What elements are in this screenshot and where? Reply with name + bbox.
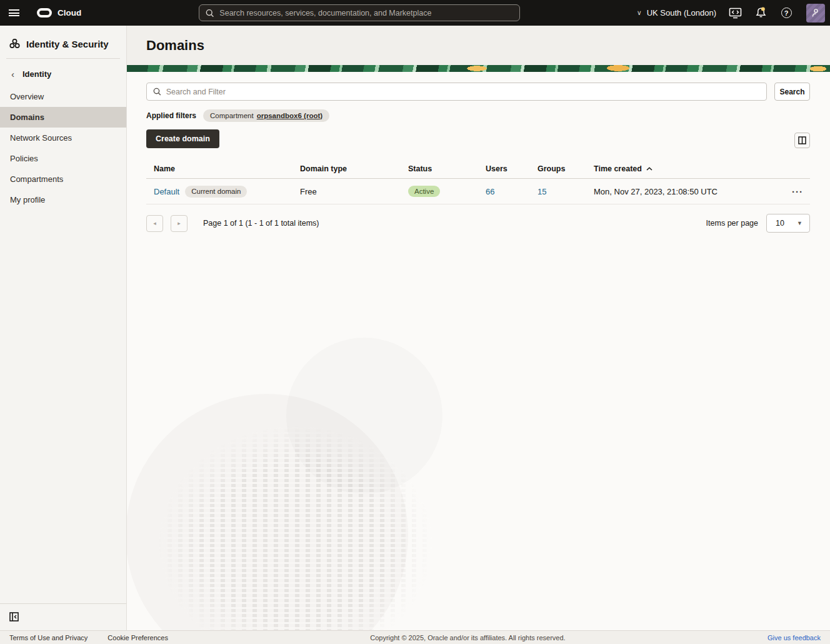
users-count-link[interactable]: 66 [486, 187, 538, 196]
domain-type-cell: Free [300, 187, 408, 196]
sidebar-section-identity: ‹ Identity [0, 59, 126, 86]
domain-name-cell: Default Current domain [154, 186, 300, 198]
cookie-preferences-link[interactable]: Cookie Preferences [108, 634, 168, 641]
status-cell: Active [408, 186, 486, 197]
content-area: Search Applied filters Compartment orpsa… [127, 72, 830, 630]
copyright-text: Copyright © 2025, Oracle and/or its affi… [168, 634, 768, 641]
cloud-shell-icon[interactable] [728, 6, 742, 20]
back-chevron-icon[interactable]: ‹ [11, 69, 14, 79]
chevron-down-icon: ▼ [797, 220, 802, 226]
footer-links: Terms of Use and Privacy Cookie Preferen… [9, 634, 168, 641]
help-icon[interactable]: ? [779, 6, 793, 20]
sidebar: Identity & Security ‹ Identity Overview … [0, 26, 127, 630]
terms-link[interactable]: Terms of Use and Privacy [9, 634, 88, 641]
sidebar-item-my-profile[interactable]: My profile [0, 189, 126, 210]
chip-compartment-link[interactable]: orpsandbox6 (root) [257, 112, 322, 119]
oracle-logo-icon [37, 8, 52, 18]
pagination-label: Page 1 of 1 (1 - 1 of 1 total items) [203, 219, 319, 228]
global-search-input[interactable] [219, 9, 513, 18]
sidebar-footer [0, 603, 126, 630]
page-footer: Terms of Use and Privacy Cookie Preferen… [0, 630, 830, 644]
domain-name-link[interactable]: Default [154, 187, 179, 196]
column-view-toggle-icon[interactable] [794, 133, 810, 148]
sidebar-title: Identity & Security [0, 26, 126, 58]
menu-icon[interactable] [0, 0, 28, 26]
filter-search-input[interactable] [166, 88, 760, 96]
brand-label: Cloud [58, 8, 81, 18]
next-page-button[interactable]: ▸ [171, 215, 188, 232]
watermark-circle [127, 394, 408, 630]
sidebar-item-network-sources[interactable]: Network Sources [0, 128, 126, 148]
person-icon [811, 8, 821, 18]
time-created-cell: Mon, Nov 27, 2023, 21:08:50 UTC [594, 187, 785, 196]
column-header-groups[interactable]: Groups [538, 164, 594, 173]
domains-table: Name Domain type Status Users Groups Tim… [146, 159, 810, 204]
global-search[interactable] [199, 4, 520, 21]
sidebar-nav: Overview Domains Network Sources Policie… [0, 86, 126, 210]
filter-row: Search [146, 83, 810, 101]
pagination: ◂ ▸ Page 1 of 1 (1 - 1 of 1 total items)… [146, 214, 810, 233]
page-header: Domains [127, 26, 830, 65]
search-icon [153, 88, 161, 96]
sidebar-title-label: Identity & Security [26, 39, 109, 49]
sidebar-section-label: Identity [22, 69, 51, 79]
page-title: Domains [146, 38, 204, 54]
sort-ascending-icon [646, 167, 652, 171]
items-per-page-select[interactable]: 10 ▼ [766, 214, 810, 233]
watermark-circle [286, 338, 442, 494]
app-shell: Identity & Security ‹ Identity Overview … [0, 26, 830, 630]
table-row: Default Current domain Free Active 66 15… [146, 179, 810, 204]
applied-filters-row: Applied filters Compartment orpsandbox6 … [146, 109, 810, 122]
chevron-down-icon: ∨ [637, 9, 642, 17]
previous-page-button[interactable]: ◂ [146, 215, 163, 232]
decorative-banner [127, 65, 830, 72]
filter-search-box[interactable] [146, 83, 767, 101]
column-header-users[interactable]: Users [486, 164, 538, 173]
main-area: Domains Search Applied filters [127, 26, 830, 630]
collapse-sidebar-icon[interactable] [8, 610, 20, 623]
items-per-page: Items per page 10 ▼ [706, 214, 810, 233]
search-icon [206, 9, 214, 18]
column-header-status[interactable]: Status [408, 164, 486, 173]
topbar-right: ∨ UK South (London) ? [637, 0, 825, 26]
action-row: Create domain [146, 129, 810, 148]
region-label: UK South (London) [647, 8, 716, 18]
items-per-page-value: 10 [776, 219, 784, 228]
sidebar-item-domains[interactable]: Domains [0, 107, 126, 128]
column-header-time-created[interactable]: Time created [594, 164, 785, 173]
current-domain-badge: Current domain [185, 186, 247, 198]
user-avatar[interactable] [806, 4, 825, 23]
feedback-link[interactable]: Give us feedback [768, 634, 821, 641]
create-domain-button[interactable]: Create domain [146, 129, 219, 148]
table-header-row: Name Domain type Status Users Groups Tim… [146, 159, 810, 179]
compartment-filter-chip[interactable]: Compartment orpsandbox6 (root) [203, 109, 329, 122]
brand[interactable]: Cloud [37, 8, 81, 18]
region-selector[interactable]: ∨ UK South (London) [637, 8, 716, 18]
top-bar: Cloud ∨ UK South (London) [0, 0, 830, 26]
sidebar-item-policies[interactable]: Policies [0, 148, 126, 169]
identity-security-icon [9, 38, 21, 49]
announcements-bell-icon[interactable] [754, 6, 768, 20]
items-per-page-label: Items per page [706, 219, 758, 228]
sidebar-item-compartments[interactable]: Compartments [0, 169, 126, 189]
column-header-name[interactable]: Name [154, 164, 300, 173]
applied-filters-label: Applied filters [146, 111, 196, 120]
search-button[interactable]: Search [774, 83, 810, 101]
groups-count-link[interactable]: 15 [538, 187, 594, 196]
column-header-domain-type[interactable]: Domain type [300, 164, 408, 173]
status-badge: Active [408, 186, 440, 197]
sidebar-item-overview[interactable]: Overview [0, 86, 126, 107]
watermark-texture [127, 381, 477, 630]
row-actions-icon[interactable]: ··· [785, 186, 810, 197]
chip-prefix: Compartment [210, 112, 254, 119]
